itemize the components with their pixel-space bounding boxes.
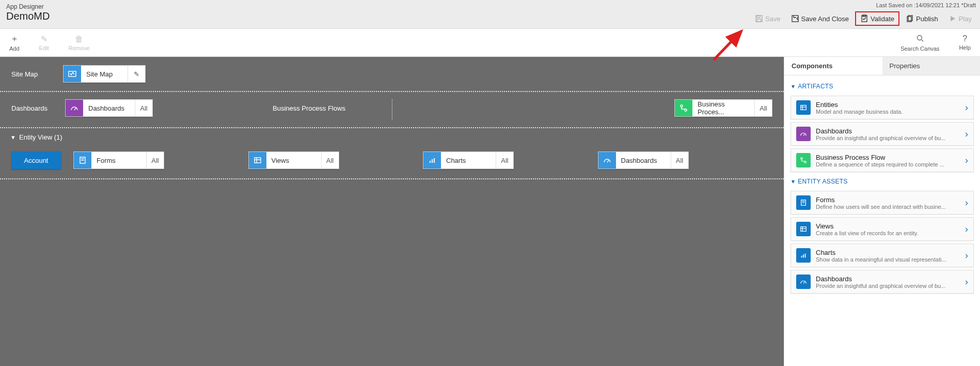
side-panel: Components Properties ▾ ARTIFACTS Entiti… bbox=[784, 57, 980, 366]
chevron-down-icon: ▾ bbox=[792, 178, 795, 185]
svg-line-28 bbox=[803, 134, 805, 136]
assets-title: ENTITY ASSETS bbox=[798, 178, 847, 185]
artifacts-header[interactable]: ▾ ARTIFACTS bbox=[791, 80, 974, 93]
entity-views-card[interactable]: Views All bbox=[248, 151, 339, 169]
entity-charts-count[interactable]: All bbox=[496, 152, 513, 169]
component-item[interactable]: ViewsCreate a list view of records for a… bbox=[791, 217, 974, 241]
gauge-icon bbox=[598, 152, 616, 169]
svg-rect-37 bbox=[801, 256, 802, 258]
grid-icon bbox=[249, 152, 266, 169]
chevron-right-icon: › bbox=[965, 102, 968, 113]
chart-icon bbox=[423, 152, 441, 169]
component-item[interactable]: Business Process FlowDefine a sequence o… bbox=[791, 148, 974, 172]
save-close-label: Save And Close bbox=[801, 15, 849, 23]
add-label: Add bbox=[9, 45, 20, 52]
publish-icon bbox=[906, 14, 914, 23]
entity-forms-label: Forms bbox=[91, 152, 146, 169]
bpf-card[interactable]: Business Proces... All bbox=[674, 99, 772, 117]
component-text: ViewsCreate a list view of records for a… bbox=[816, 222, 960, 236]
chevron-right-icon: › bbox=[965, 155, 968, 166]
entity-views-count[interactable]: All bbox=[321, 152, 339, 169]
svg-rect-34 bbox=[801, 227, 807, 232]
validate-button[interactable]: Validate bbox=[856, 12, 898, 25]
header-buttons: Save Save And Close Validate Publish bbox=[751, 11, 976, 26]
component-item[interactable]: DashboardsProvide an insightful and grap… bbox=[791, 122, 974, 146]
toolbar: ＋ Add ✎ Edit 🗑 Remove Search Canvas ? He… bbox=[0, 29, 980, 57]
validate-highlight: Validate bbox=[855, 11, 899, 26]
dashboards-section: Dashboards Dashboards All Business Proce… bbox=[0, 91, 784, 127]
dashboards-label: Dashboards bbox=[11, 104, 58, 112]
component-desc: Model and manage business data. bbox=[816, 109, 953, 115]
svg-rect-39 bbox=[805, 254, 806, 258]
component-item[interactable]: FormsDefine how users will see and inter… bbox=[791, 191, 974, 215]
search-icon bbox=[916, 34, 924, 44]
entity-section: ▾ Entity View (1) Account Forms All bbox=[0, 127, 784, 179]
pencil-icon: ✎ bbox=[41, 34, 48, 44]
component-text: ChartsShow data in a meaningful and visu… bbox=[816, 249, 960, 263]
sitemap-card[interactable]: Site Map ✎ bbox=[63, 65, 146, 83]
edit-button[interactable]: ✎ Edit bbox=[36, 32, 52, 53]
save-button[interactable]: Save bbox=[751, 12, 785, 25]
bpf-count[interactable]: All bbox=[754, 100, 772, 116]
save-close-button[interactable]: Save And Close bbox=[787, 12, 853, 25]
chevron-right-icon: › bbox=[965, 277, 968, 287]
entity-account-button[interactable]: Account bbox=[11, 151, 61, 169]
chevron-right-icon: › bbox=[965, 197, 968, 208]
svg-rect-25 bbox=[801, 105, 807, 110]
chevron-down-icon: ▾ bbox=[11, 133, 15, 141]
play-button[interactable]: Play bbox=[944, 12, 976, 25]
component-title: Dashboards bbox=[816, 127, 960, 135]
svg-line-24 bbox=[607, 160, 609, 162]
publish-button[interactable]: Publish bbox=[902, 12, 942, 25]
component-item[interactable]: DashboardsProvide an insightful and grap… bbox=[791, 270, 974, 294]
artifacts-title: ARTIFACTS bbox=[798, 83, 833, 90]
svg-point-13 bbox=[681, 105, 683, 107]
component-title: Forms bbox=[816, 196, 960, 204]
tab-components[interactable]: Components bbox=[784, 57, 882, 75]
search-canvas-button[interactable]: Search Canvas bbox=[897, 32, 942, 54]
dashboards-text: Dashboards bbox=[83, 100, 135, 116]
canvas: Site Map Site Map ✎ Dashboards bbox=[0, 57, 784, 366]
dashboards-card[interactable]: Dashboards All bbox=[65, 99, 153, 117]
sitemap-edit-icon[interactable]: ✎ bbox=[128, 66, 145, 82]
grid-icon bbox=[796, 222, 811, 236]
save-label: Save bbox=[765, 15, 781, 23]
chevron-right-icon: › bbox=[965, 250, 968, 261]
svg-rect-23 bbox=[434, 158, 435, 163]
side-tabs: Components Properties bbox=[784, 57, 980, 75]
component-text: EntitiesModel and manage business data. bbox=[816, 101, 960, 115]
component-desc: Show data in a meaningful and visual rep… bbox=[816, 256, 953, 263]
entity-view-header[interactable]: ▾ Entity View (1) bbox=[0, 128, 784, 146]
svg-rect-21 bbox=[430, 161, 431, 163]
tab-properties[interactable]: Properties bbox=[882, 57, 981, 75]
gauge-icon bbox=[796, 274, 811, 289]
component-item[interactable]: ChartsShow data in a meaningful and visu… bbox=[791, 243, 974, 267]
entity-view-label: Entity View (1) bbox=[19, 133, 62, 141]
chevron-down-icon: ▾ bbox=[792, 83, 795, 90]
entity-dashboards-card[interactable]: Dashboards All bbox=[598, 151, 689, 169]
component-title: Entities bbox=[816, 101, 960, 109]
entity-forms-card[interactable]: Forms All bbox=[73, 151, 164, 169]
component-desc: Create a list view of records for an ent… bbox=[816, 230, 953, 236]
artifacts-list: EntitiesModel and manage business data.›… bbox=[791, 96, 974, 172]
play-label: Play bbox=[959, 15, 972, 23]
app-header: App Designer DemoMD Last Saved on :14/09… bbox=[0, 0, 980, 29]
entity-charts-label: Charts bbox=[441, 152, 496, 169]
svg-line-10 bbox=[922, 40, 923, 41]
entity-views-label: Views bbox=[266, 152, 321, 169]
gauge-icon bbox=[66, 100, 83, 116]
component-item[interactable]: EntitiesModel and manage business data.› bbox=[791, 96, 974, 119]
validate-label: Validate bbox=[871, 15, 894, 23]
entity-forms-count[interactable]: All bbox=[146, 152, 164, 169]
section-divider bbox=[392, 99, 392, 120]
help-button[interactable]: ? Help bbox=[956, 32, 974, 54]
entity-dashboards-count[interactable]: All bbox=[671, 152, 688, 169]
dashboards-count[interactable]: All bbox=[135, 100, 152, 116]
entity-charts-card[interactable]: Charts All bbox=[423, 151, 514, 169]
assets-header[interactable]: ▾ ENTITY ASSETS bbox=[791, 175, 974, 188]
add-button[interactable]: ＋ Add bbox=[6, 32, 23, 54]
component-text: DashboardsProvide an insightful and grap… bbox=[816, 127, 960, 141]
publish-label: Publish bbox=[916, 15, 938, 23]
remove-button[interactable]: 🗑 Remove bbox=[66, 33, 93, 53]
svg-point-29 bbox=[801, 158, 803, 160]
